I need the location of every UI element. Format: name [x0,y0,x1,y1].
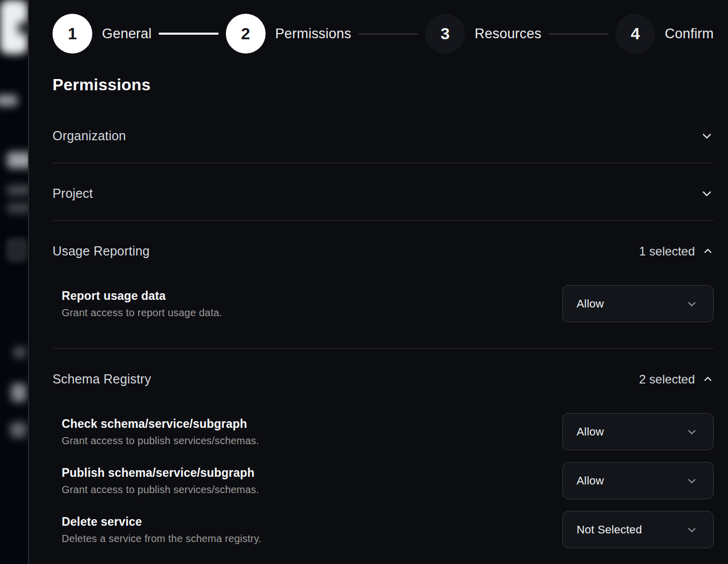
sidebar-avatar-blur [17,21,28,35]
permission-row-publish-schema: Publish schema/service/subgraph Grant ac… [53,462,714,499]
section-organization: Organization [53,106,714,163]
select-value: Allow [577,425,604,439]
section-title: Project [53,186,93,201]
chevron-down-icon [700,187,714,200]
select-value: Allow [577,474,604,488]
sidebar-text-blur [7,185,28,195]
step-connector [358,33,418,35]
permission-row-delete-service: Delete service Deletes a service from th… [53,511,714,548]
create-api-key-wizard: 1 General 2 Permissions 3 Resources 4 Co… [0,0,728,564]
permission-row-check-schema: Check schema/service/subgraph Grant acce… [53,413,714,450]
section-usage-reporting-header[interactable]: Usage Reporting 1 selected [53,221,714,266]
wizard-stepper: 1 General 2 Permissions 3 Resources 4 Co… [53,0,714,54]
chevron-down-icon [686,298,698,310]
sidebar-text-blur [10,422,27,438]
chevron-down-icon [700,129,714,143]
step-resources-number: 3 [425,14,465,54]
page-title: Permissions [53,75,714,94]
section-usage-reporting: Usage Reporting 1 selected Report usage … [53,221,714,349]
select-value: Allow [577,297,604,311]
sidebar-logo-blur [0,95,17,106]
permission-row-report-usage-data: Report usage data Grant access to report… [53,285,714,322]
sidebar-text-blur [11,383,27,402]
permission-title: Delete service [62,515,262,529]
step-resources-label: Resources [475,26,541,42]
section-organization-header[interactable]: Organization [53,106,714,163]
step-connector [159,33,218,35]
chevron-down-icon [686,426,698,438]
sidebar-active-item-blur [0,0,28,54]
section-project: Project [53,163,714,221]
report-usage-data-select[interactable]: Allow [562,285,714,322]
step-general-label: General [102,26,151,42]
permission-description: Grant access to report usage data. [62,307,222,319]
section-title: Usage Reporting [53,244,150,259]
delete-service-select[interactable]: Not Selected [562,511,714,548]
sidebar-text-blur [7,203,28,213]
sidebar-text-blur [13,347,27,358]
permission-sections: Organization Project Usage Rep [53,106,714,564]
permission-description: Grant access to publish services/schemas… [62,435,259,447]
step-permissions-number: 2 [226,14,266,54]
selected-count: 1 selected [639,244,695,259]
section-title: Organization [53,129,126,143]
chevron-down-icon [686,475,698,487]
publish-schema-select[interactable]: Allow [562,462,714,499]
wizard-panel: 1 General 2 Permissions 3 Resources 4 Co… [28,0,728,564]
chevron-up-icon [702,373,714,385]
select-value: Not Selected [577,523,642,536]
section-project-header[interactable]: Project [53,163,714,220]
step-resources[interactable]: 3 Resources [425,14,541,54]
sidebar-icon-blur [6,238,28,262]
section-schema-registry-header[interactable]: Schema Registry 2 selected [53,349,714,394]
step-confirm-label: Confirm [665,26,714,42]
permission-title: Check schema/service/subgraph [62,417,259,431]
permission-rows: Check schema/service/subgraph Grant acce… [53,413,714,564]
chevron-down-icon [686,524,698,536]
step-permissions[interactable]: 2 Permissions [226,14,351,54]
step-connector [549,33,608,35]
step-general[interactable]: 1 General [53,14,151,54]
permission-rows: Report usage data Grant access to report… [53,285,714,348]
step-permissions-label: Permissions [275,26,351,42]
step-confirm[interactable]: 4 Confirm [615,14,714,54]
step-general-number: 1 [53,14,92,54]
permission-description: Deletes a service from the schema regist… [62,533,262,545]
step-confirm-number: 4 [615,14,655,54]
check-schema-select[interactable]: Allow [562,413,714,450]
chevron-up-icon [702,245,714,257]
permission-title: Publish schema/service/subgraph [62,466,259,480]
section-title: Schema Registry [53,372,151,387]
permission-title: Report usage data [62,289,222,303]
background-sidebar [0,0,28,564]
sidebar-heading-blur [7,152,28,168]
selected-count: 2 selected [639,372,695,387]
section-schema-registry: Schema Registry 2 selected Check schema/… [53,349,714,564]
permission-description: Grant access to publish services/schemas… [62,484,259,496]
